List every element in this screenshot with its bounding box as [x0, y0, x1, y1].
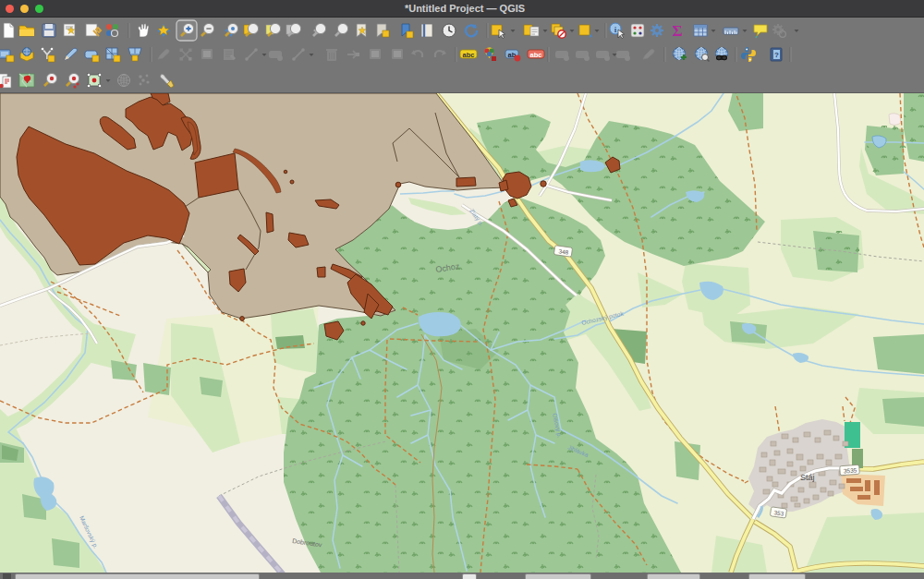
svg-text:abc: abc — [463, 51, 475, 59]
svg-text:3535: 3535 — [844, 466, 857, 474]
svg-text:abc: abc — [530, 51, 542, 59]
svg-text:Stáj: Stáj — [800, 473, 815, 482]
svg-text:?: ? — [774, 51, 779, 59]
svg-text:Σ: Σ — [672, 22, 682, 40]
